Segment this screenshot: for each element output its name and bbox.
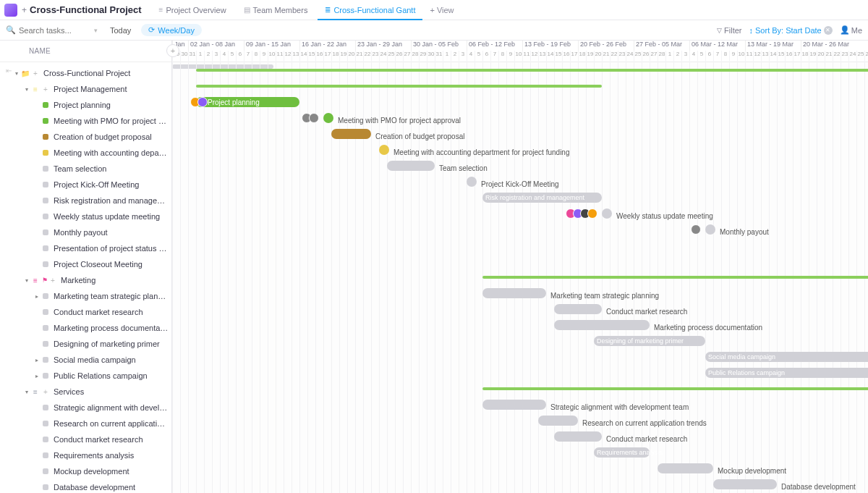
task-row[interactable]: Project planning (0, 97, 171, 113)
status-icon[interactable] (41, 421, 51, 426)
status-icon[interactable] (41, 261, 51, 267)
summary-bar[interactable] (196, 85, 602, 88)
status-icon[interactable] (41, 102, 51, 108)
task-row[interactable]: Risk registration and management (0, 193, 171, 208)
summary-bar[interactable] (482, 276, 868, 279)
group-row[interactable]: ▾≡+Project Management (0, 81, 171, 97)
avatar-stack[interactable] (193, 97, 208, 107)
status-icon[interactable] (41, 357, 51, 363)
status-icon[interactable] (41, 468, 51, 474)
caret-icon[interactable]: ▸ (33, 373, 41, 379)
status-icon[interactable] (41, 309, 51, 315)
me-filter-button[interactable]: 👤Me (840, 25, 862, 35)
task-row[interactable]: Research on current application ... (0, 416, 171, 431)
plus-icon[interactable]: + (48, 277, 58, 285)
tab-team-members[interactable]: ▤Team Members (237, 0, 315, 20)
status-icon[interactable] (41, 325, 51, 331)
task-bar[interactable]: Database development (713, 479, 777, 489)
task-row[interactable]: Conduct market research (0, 304, 171, 320)
sort-button[interactable]: ↕Sort By: Start Date✕ (749, 26, 833, 35)
caret-icon[interactable]: ▾ (23, 277, 30, 284)
chevron-down-icon[interactable]: ▾ (94, 27, 98, 34)
milestone[interactable]: Monthly payout (705, 224, 715, 235)
task-row[interactable]: Marketing process documentation (0, 320, 171, 336)
today-button[interactable]: Today (106, 25, 135, 36)
status-icon[interactable] (41, 214, 51, 219)
add-view-button[interactable]: +View (422, 6, 461, 14)
plus-icon[interactable]: + (41, 388, 51, 396)
project-title[interactable]: Cross-Functional Project (30, 4, 142, 15)
task-row[interactable]: Monthly payout (0, 224, 171, 240)
status-icon[interactable] (41, 437, 51, 442)
task-row[interactable]: Project Closeout Meeting (0, 256, 171, 272)
avatar-stack[interactable] (694, 224, 701, 235)
task-bar[interactable]: Requirements analysis (594, 447, 650, 458)
status-icon[interactable] (41, 293, 51, 299)
task-row[interactable]: ▸Public Relations campaign (0, 368, 171, 384)
plus-icon[interactable]: + (30, 69, 41, 77)
status-icon[interactable] (41, 405, 51, 410)
task-row[interactable]: Database development (0, 479, 171, 493)
task-bar[interactable]: Conduct market research (554, 304, 602, 314)
plus-icon[interactable]: + (22, 5, 27, 15)
task-bar[interactable]: Marketing process documentation (554, 320, 650, 330)
summary-bar[interactable] (196, 69, 868, 72)
status-icon[interactable] (41, 118, 51, 124)
milestone[interactable]: Meeting with accounting department for p… (379, 145, 389, 155)
task-row[interactable]: Weekly status update meeting (0, 208, 171, 224)
task-row[interactable]: Designing of marketing primer (0, 336, 171, 352)
task-row[interactable]: Presentation of project status re... (0, 240, 171, 256)
status-icon[interactable] (41, 341, 51, 347)
status-icon[interactable] (41, 150, 51, 156)
group-row[interactable]: ▾📁+Cross-Functional Project (0, 65, 171, 81)
task-row[interactable]: Conduct market research (0, 431, 171, 447)
status-icon[interactable] (41, 229, 51, 235)
task-bar[interactable]: Conduct market research (554, 431, 602, 442)
task-row[interactable]: ▸Marketing team strategic planning (0, 288, 171, 304)
task-bar[interactable]: Designing of marketing primer (594, 336, 705, 346)
caret-icon[interactable]: ▾ (23, 86, 30, 93)
task-row[interactable]: Strategic alignment with develop... (0, 400, 171, 416)
weekday-toggle[interactable]: ⟳ Week/Day (141, 24, 202, 36)
task-row[interactable]: Requirements analysis (0, 447, 171, 463)
task-bar[interactable]: Mockup development (658, 463, 713, 473)
task-row[interactable]: Creation of budget proposal (0, 129, 171, 145)
task-row[interactable]: Mockup development (0, 463, 171, 479)
task-bar[interactable]: Research on current application trends (538, 416, 578, 426)
caret-icon[interactable]: ▸ (33, 293, 41, 300)
status-icon[interactable] (41, 198, 51, 203)
status-icon[interactable] (41, 245, 51, 251)
summary-bar[interactable] (482, 387, 868, 390)
task-bar[interactable]: Team selection (387, 161, 435, 171)
milestone[interactable]: Weekly status update meeting (602, 208, 612, 219)
status-icon[interactable] (41, 134, 51, 140)
task-bar[interactable]: Strategic alignment with development tea… (482, 400, 546, 410)
status-icon[interactable] (41, 484, 51, 490)
status-icon[interactable] (41, 373, 51, 379)
task-row[interactable]: Project Kick-Off Meeting (0, 177, 171, 193)
avatar-stack[interactable] (569, 208, 597, 219)
filter-button[interactable]: ▽Filter (717, 26, 741, 35)
clear-sort-icon[interactable]: ✕ (824, 26, 833, 35)
caret-icon[interactable]: ▾ (23, 389, 30, 395)
task-row[interactable]: Team selection (0, 161, 171, 177)
task-bar[interactable]: Social media campaign (705, 352, 868, 362)
task-row[interactable]: Meeting with PMO for project a... (0, 113, 171, 129)
task-row[interactable]: ▸Social media campaign (0, 352, 171, 368)
caret-icon[interactable]: ▸ (33, 357, 41, 363)
task-bar[interactable]: Marketing team strategic planning (482, 288, 546, 298)
group-row[interactable]: ▾≡+Services (0, 384, 171, 400)
tab-project-overview[interactable]: ≡Project Overview (152, 0, 234, 20)
task-bar[interactable]: Risk registration and management (482, 193, 602, 203)
add-task-button[interactable]: + (166, 44, 179, 57)
search-box[interactable]: 🔍 ▾ (6, 25, 100, 35)
status-icon[interactable] (41, 452, 51, 458)
plus-icon[interactable]: + (41, 85, 51, 93)
caret-icon[interactable]: ▾ (13, 70, 20, 77)
milestone[interactable]: Meeting with PMO for project approval (323, 113, 333, 123)
task-bar[interactable]: Creation of budget proposal (331, 129, 371, 139)
search-input[interactable] (19, 26, 91, 35)
milestone[interactable]: Project Kick-Off Meeting (467, 177, 477, 187)
group-row[interactable]: ▾≡⚑+Marketing (0, 272, 171, 288)
task-bar[interactable]: Project planning (196, 97, 299, 107)
